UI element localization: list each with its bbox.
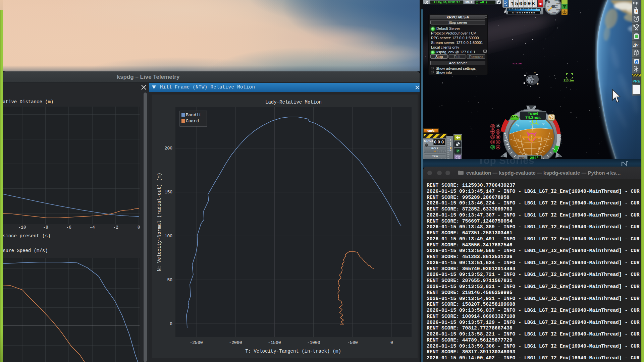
svg-text:1B: 1B [529, 120, 531, 123]
svg-text:N: Velocity-Normal (radial-out: N: Velocity-Normal (radial-out) (m) [157, 173, 162, 271]
svg-text:G FORCE: G FORCE [560, 132, 562, 145]
svg-text:Bandit: Bandit [186, 113, 202, 118]
svg-text:T: Velocity-Tangent (in-track): T: Velocity-Tangent (in-track) (m) [245, 349, 341, 354]
svg-text:Lady-Relative Motion: Lady-Relative Motion [265, 100, 322, 105]
svg-text:30: 30 [538, 148, 541, 150]
svg-text:0: 0 [138, 225, 140, 230]
svg-text:-6: -6 [66, 225, 71, 230]
svg-text:-500: -500 [347, 340, 358, 345]
svg-text:0: 0 [170, 321, 172, 326]
svg-text:Closure Speed (m/s): Closure Speed (m/s) [0, 248, 48, 253]
svg-text:40: 40 [536, 153, 538, 155]
svg-text:100: 100 [165, 234, 172, 239]
svg-text:20: 20 [521, 143, 524, 145]
svg-text:Relative Distance (m): Relative Distance (m) [0, 99, 53, 105]
svg-text:-100: -100 [552, 11, 556, 13]
svg-text:PRE: PRE [633, 79, 640, 83]
svg-text:100: 100 [554, 0, 557, 2]
svg-text:Δv: Δv [633, 43, 639, 48]
svg-text:-8: -8 [43, 225, 48, 230]
svg-text:Time since present (s): Time since present (s) [0, 233, 51, 239]
svg-text:-1500: -1500 [268, 340, 281, 345]
svg-text:0: 0 [390, 340, 393, 345]
svg-text:-1000: -1000 [307, 340, 320, 345]
svg-text:-2500: -2500 [190, 340, 203, 345]
svg-text:-10: -10 [18, 225, 26, 230]
svg-text:150: 150 [165, 190, 172, 195]
svg-text:-4: -4 [90, 225, 95, 230]
svg-text:-2000: -2000 [229, 340, 242, 345]
svg-text:10: 10 [523, 137, 525, 140]
svg-text:Guard: Guard [186, 119, 199, 124]
svg-text:10: 10 [548, 1, 550, 3]
svg-text:30: 30 [523, 148, 525, 151]
svg-text:0: 0 [548, 5, 549, 7]
svg-text:-2: -2 [113, 225, 118, 230]
svg-text:50: 50 [167, 278, 172, 283]
svg-text:200: 200 [165, 146, 172, 151]
svg-text:20: 20 [540, 142, 542, 145]
svg-text:-1000: -1000 [556, 9, 560, 11]
